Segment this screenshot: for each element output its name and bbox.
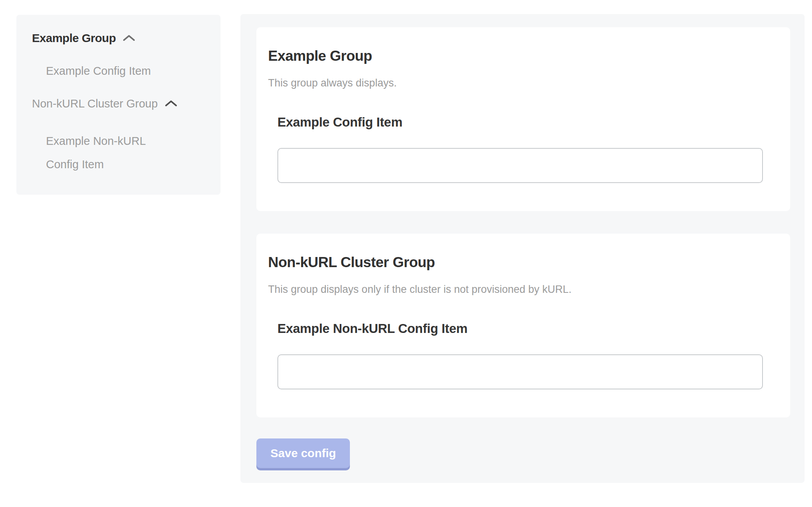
group-title: Non-kURL Cluster Group [268,254,763,271]
group-description: This group always displays. [268,76,763,90]
sidebar-group-non-kurl-cluster-group[interactable]: Non-kURL Cluster Group [32,97,205,111]
group-description: This group displays only if the cluster … [268,283,763,296]
config-item: Example Config Item [277,114,763,183]
config-item: Example Non-kURL Config Item [277,321,763,389]
sidebar-group-label: Example Group [32,31,116,45]
config-group-card-non-kurl-cluster-group: Non-kURL Cluster Group This group displa… [256,234,790,417]
config-item-input-example-non-kurl-config-item[interactable] [277,354,763,389]
sidebar-item-example-non-kurl-config-item[interactable]: Example Non-kURL Config Item [46,129,163,176]
chevron-up-icon [123,34,135,42]
sidebar-group-example-group[interactable]: Example Group [32,31,205,45]
sidebar-group-label: Non-kURL Cluster Group [32,97,158,111]
config-item-label: Example Config Item [277,114,763,130]
chevron-up-icon [165,100,177,107]
group-title: Example Group [268,48,763,65]
config-nav-sidebar: Example Group Example Config Item Non-kU… [16,15,221,195]
config-item-input-example-config-item[interactable] [277,148,763,183]
config-group-card-example-group: Example Group This group always displays… [256,27,790,211]
config-content-area: Example Group This group always displays… [240,14,805,483]
save-config-button[interactable]: Save config [256,438,350,468]
config-item-label: Example Non-kURL Config Item [277,321,763,336]
sidebar-item-example-config-item[interactable]: Example Config Item [46,64,163,78]
